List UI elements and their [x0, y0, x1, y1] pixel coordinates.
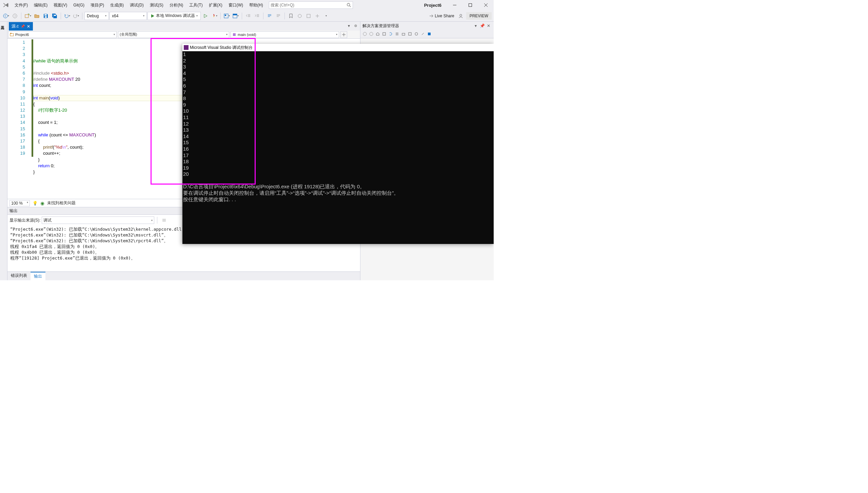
undo-button[interactable]: ▾	[63, 12, 71, 20]
start-debugging-button[interactable]: 本地 Windows 调试器▾	[147, 12, 201, 20]
sol-wrench-icon[interactable]	[420, 31, 426, 37]
open-button[interactable]	[33, 12, 41, 20]
menu-window[interactable]: 窗口(W)	[225, 0, 246, 10]
bookmark-button[interactable]	[287, 12, 295, 20]
search-icon	[347, 3, 351, 7]
svg-point-42	[363, 32, 367, 36]
sol-collapse-icon[interactable]	[400, 31, 407, 37]
console-icon	[184, 45, 189, 50]
menu-test[interactable]: 测试(S)	[147, 0, 166, 10]
svg-rect-34	[10, 34, 14, 36]
sol-showall-icon[interactable]	[394, 31, 400, 37]
nav-project-dropdown[interactable]: Project6▾	[8, 31, 117, 38]
start-without-debug-button[interactable]	[201, 12, 210, 20]
sol-preview-icon[interactable]	[413, 31, 419, 37]
lightbulb-icon[interactable]: 💡	[33, 201, 38, 206]
doc-tab-source-c[interactable]: 源.c 📌 ✕	[9, 22, 33, 31]
toolbox-tab[interactable]: 工具箱	[0, 22, 7, 280]
menu-git[interactable]: Git(G)	[70, 0, 87, 10]
sol-home-icon[interactable]	[375, 31, 381, 37]
sol-refresh-icon[interactable]	[388, 31, 394, 37]
nav-fwd-button[interactable]	[11, 12, 19, 20]
platform-dropdown[interactable]: x64▾	[110, 12, 147, 20]
sol-pin-icon[interactable]: 📌	[479, 23, 485, 29]
comment-button[interactable]	[265, 12, 274, 20]
tab-error-list[interactable]: 错误列表	[7, 272, 31, 280]
menu-file[interactable]: 文件(F)	[12, 0, 31, 10]
sol-fwd-icon[interactable]	[368, 31, 374, 37]
sol-dropdown[interactable]: ▾	[473, 23, 479, 29]
indent-button[interactable]	[253, 12, 261, 20]
minimize-button[interactable]	[447, 0, 462, 10]
toolbar-misc1[interactable]	[296, 12, 304, 20]
config-dropdown[interactable]: Debug▾	[84, 12, 109, 20]
search-input[interactable]	[271, 3, 347, 7]
new-project-button[interactable]: ▾	[23, 12, 32, 20]
save-button[interactable]	[42, 12, 50, 20]
svg-point-50	[415, 33, 418, 35]
sol-close-icon[interactable]: ✕	[486, 23, 492, 29]
hot-reload-button[interactable]: ▾	[210, 12, 218, 20]
menu-build[interactable]: 生成(B)	[107, 0, 127, 10]
debug-console-window[interactable]: Microsoft Visual Studio 调试控制台 1 2 3 4 5 …	[182, 44, 494, 244]
menu-extensions[interactable]: 扩展(X)	[206, 0, 225, 10]
toolbar-misc3[interactable]	[313, 12, 321, 20]
maximize-button[interactable]	[462, 0, 478, 10]
doc-tab-label: 源.c	[12, 23, 19, 29]
document-tabs: 源.c 📌 ✕ ▾	[7, 22, 360, 31]
svg-point-7	[13, 14, 17, 18]
menu-project[interactable]: 项目(P)	[87, 0, 107, 10]
nav-scope-dropdown[interactable]: (全局范围)▾	[118, 31, 229, 38]
solution-explorer-title: 解决方案资源管理器 ▾ 📌 ✕	[360, 22, 494, 30]
console-title-text: Microsoft Visual Studio 调试控制台	[190, 44, 253, 51]
close-tab-icon[interactable]: ✕	[27, 24, 30, 29]
doc-tabs-dropdown[interactable]: ▾	[346, 23, 352, 29]
svg-rect-44	[383, 33, 386, 35]
output-source-dropdown[interactable]: 调试▾	[42, 216, 154, 224]
toolbar-misc2[interactable]	[304, 12, 313, 20]
menu-analyze[interactable]: 分析(N)	[166, 0, 186, 10]
svg-rect-11	[45, 16, 47, 18]
feedback-button[interactable]	[457, 12, 465, 20]
menu-tools[interactable]: 工具(T)	[186, 0, 205, 10]
output-clear-button[interactable]	[160, 216, 168, 224]
sol-view-icon[interactable]	[426, 31, 432, 37]
split-editor-button[interactable]	[340, 31, 347, 38]
sol-properties-icon[interactable]	[407, 31, 413, 37]
console-title-bar[interactable]: Microsoft Visual Studio 调试控制台	[182, 44, 494, 51]
sol-back-icon[interactable]	[362, 31, 368, 37]
sol-sync-icon[interactable]	[381, 31, 387, 37]
svg-point-31	[460, 14, 462, 16]
liveshare-button[interactable]: Live Share	[428, 12, 455, 20]
svg-point-33	[355, 25, 356, 26]
zoom-dropdown[interactable]: 100 %▾	[9, 200, 30, 206]
menu-edit[interactable]: 编辑(E)	[31, 0, 51, 10]
close-button[interactable]	[478, 0, 494, 10]
nav-function-dropdown[interactable]: main (void)▾	[231, 31, 339, 38]
svg-rect-10	[44, 14, 47, 16]
toolbar-btn-b[interactable]: ▾	[232, 12, 240, 20]
redo-button[interactable]: ▾	[72, 12, 80, 20]
svg-rect-14	[225, 15, 226, 16]
menu-debug[interactable]: 调试(D)	[127, 0, 147, 10]
toolbar-overflow[interactable]: ▾	[322, 12, 330, 20]
toolbar-btn-a[interactable]: ▾	[223, 12, 231, 20]
save-all-button[interactable]	[51, 12, 59, 20]
pin-icon[interactable]: 📌	[21, 24, 25, 28]
standard-toolbar: ▾ ▾ ▾ ▾ Debug▾ x64▾ 本地 Windows 调试器▾ ▾ ▾ …	[0, 10, 494, 22]
outdent-button[interactable]	[244, 12, 252, 20]
preview-badge[interactable]: PREVIEW	[466, 12, 492, 20]
uncomment-button[interactable]	[274, 12, 282, 20]
nav-back-button[interactable]: ▾	[2, 12, 10, 20]
menu-view[interactable]: 视图(V)	[51, 0, 70, 10]
editor-status-text: 未找到相关问题	[47, 200, 76, 206]
svg-rect-16	[233, 14, 237, 15]
menu-help[interactable]: 帮助(H)	[246, 0, 266, 10]
svg-point-43	[370, 32, 373, 36]
main-menu: 文件(F) 编辑(E) 视图(V) Git(G) 项目(P) 生成(B) 调试(…	[12, 0, 266, 10]
svg-rect-36	[233, 33, 236, 36]
tab-output[interactable]: 输出	[31, 272, 45, 280]
project-name: Project6	[419, 3, 447, 8]
search-box[interactable]	[269, 1, 353, 9]
doc-tabs-gear-icon[interactable]	[353, 23, 359, 29]
